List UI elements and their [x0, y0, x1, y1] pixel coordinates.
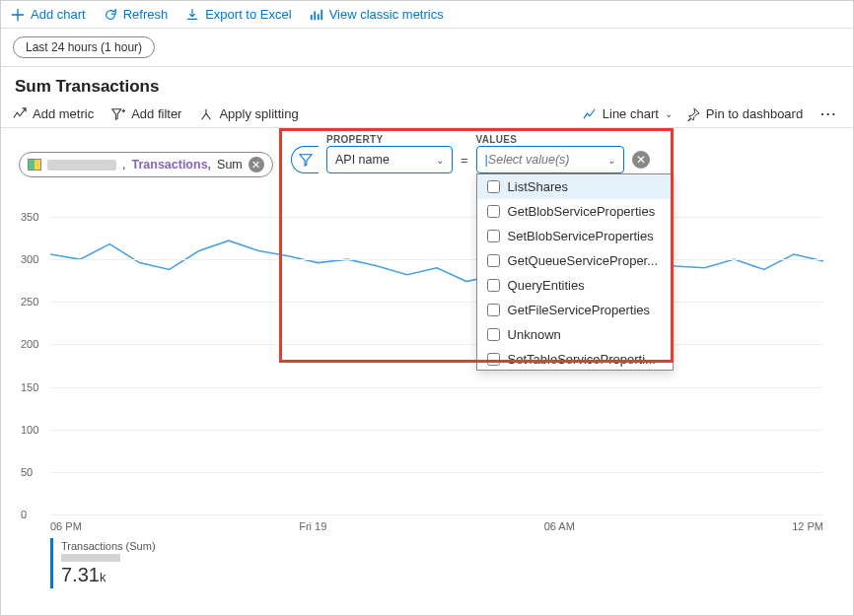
- classic-metrics-label: View classic metrics: [329, 7, 444, 22]
- x-tick-label: 12 PM: [792, 520, 823, 532]
- add-chart-label: Add chart: [31, 7, 86, 22]
- option-checkbox[interactable]: [487, 230, 500, 242]
- grid-line: [50, 387, 823, 388]
- refresh-label: Refresh: [123, 7, 169, 22]
- resource-color-swatch: [28, 159, 41, 171]
- download-icon: [185, 8, 199, 22]
- values-option[interactable]: GetFileServiceProperties: [477, 298, 673, 322]
- option-label: GetQueueServiceProper...: [508, 253, 658, 268]
- split-icon: [199, 107, 213, 121]
- y-tick-label: 250: [21, 296, 38, 308]
- filter-plus-icon: [111, 107, 125, 121]
- bar-chart-icon: [310, 8, 323, 22]
- summary-value: 7.31k: [61, 564, 180, 586]
- more-menu-button[interactable]: ···: [817, 106, 841, 121]
- apply-splitting-button[interactable]: Apply splitting: [199, 106, 298, 121]
- y-tick-label: 350: [21, 211, 38, 223]
- option-label: QueryEntities: [508, 278, 585, 293]
- x-tick-label: Fri 19: [299, 520, 326, 532]
- grid-line: [50, 259, 823, 260]
- x-tick-label: 06 PM: [50, 520, 82, 532]
- property-value: API name: [335, 153, 390, 167]
- time-range-row: Last 24 hours (1 hour): [1, 29, 853, 67]
- filter-icon: [291, 146, 319, 173]
- add-filter-label: Add filter: [131, 106, 181, 121]
- apply-splitting-label: Apply splitting: [219, 106, 298, 121]
- page-title-area: Sum Transactions: [1, 67, 853, 101]
- time-range-label: Last 24 hours (1 hour): [26, 40, 142, 54]
- option-label: GetBlobServiceProperties: [508, 204, 656, 219]
- option-checkbox[interactable]: [487, 180, 500, 193]
- option-checkbox[interactable]: [487, 353, 500, 366]
- add-metric-button[interactable]: Add metric: [13, 106, 94, 121]
- y-tick-label: 150: [21, 381, 38, 393]
- x-tick-label: 06 AM: [544, 520, 575, 532]
- option-checkbox[interactable]: [487, 205, 500, 218]
- metric-aggregation: Sum: [217, 158, 243, 171]
- values-select[interactable]: |Select value(s) ⌄: [476, 146, 624, 173]
- values-option[interactable]: ListShares: [477, 174, 673, 199]
- chart-line: [50, 240, 823, 281]
- pin-dashboard-button[interactable]: Pin to dashboard: [686, 106, 803, 121]
- y-tick-label: 200: [21, 338, 38, 350]
- values-dropdown[interactable]: ListSharesGetBlobServicePropertiesSetBlo…: [476, 173, 674, 371]
- chart-type-label: Line chart: [603, 106, 659, 121]
- values-option[interactable]: SetTableServiceProperti...: [477, 347, 673, 371]
- add-chart-button[interactable]: Add chart: [11, 7, 86, 22]
- grid-line: [50, 217, 823, 218]
- values-option[interactable]: QueryEntities: [477, 273, 673, 298]
- classic-metrics-button[interactable]: View classic metrics: [310, 7, 444, 22]
- values-option[interactable]: Unknown: [477, 322, 673, 347]
- metric-name: Transactions,: [131, 158, 211, 171]
- grid-line: [50, 514, 823, 515]
- chart-toolbar: Add metric Add filter Apply splitting Li…: [1, 101, 853, 128]
- summary-card: Transactions (Sum) 7.31k: [50, 538, 188, 588]
- chart-area: , Transactions, Sum ✕ PROPERTY API name …: [1, 128, 853, 588]
- metric-pill[interactable]: , Transactions, Sum ✕: [19, 152, 273, 177]
- option-label: ListShares: [508, 179, 568, 194]
- export-button[interactable]: Export to Excel: [185, 7, 291, 22]
- option-label: SetTableServiceProperti...: [508, 352, 656, 367]
- page-title: Sum Transactions: [15, 77, 839, 97]
- chevron-down-icon: ⌄: [665, 108, 673, 119]
- summary-title: Transactions (Sum): [61, 540, 180, 552]
- plus-icon: [11, 8, 25, 22]
- y-tick-label: 50: [21, 466, 33, 478]
- values-option[interactable]: GetBlobServiceProperties: [477, 199, 673, 224]
- top-toolbar: Add chart Refresh Export to Excel View c…: [1, 1, 853, 29]
- add-metric-icon: [13, 107, 27, 121]
- values-placeholder: Select value(s): [488, 153, 570, 167]
- values-option[interactable]: GetQueueServiceProper...: [477, 248, 673, 273]
- option-label: GetFileServiceProperties: [508, 303, 651, 317]
- chevron-down-icon: ⌄: [436, 155, 444, 166]
- remove-filter-button[interactable]: ✕: [632, 151, 650, 169]
- y-tick-label: 100: [21, 424, 38, 436]
- line-chart-plot[interactable]: 06 PMFri 1906 AM12 PM 050100150200250300…: [21, 217, 833, 532]
- chevron-down-icon: ⌄: [607, 155, 615, 166]
- summary-redacted-bar: [61, 554, 120, 562]
- add-metric-label: Add metric: [33, 106, 94, 121]
- grid-line: [50, 430, 823, 431]
- option-checkbox[interactable]: [487, 254, 500, 267]
- grid-line: [50, 472, 823, 473]
- add-filter-button[interactable]: Add filter: [111, 106, 181, 121]
- property-select[interactable]: API name ⌄: [326, 146, 453, 173]
- equals-sign: =: [461, 153, 468, 168]
- option-label: Unknown: [508, 327, 561, 342]
- option-checkbox[interactable]: [487, 279, 500, 292]
- chart-type-dropdown[interactable]: Line chart ⌄: [583, 106, 673, 121]
- resource-name-redacted: [47, 160, 116, 171]
- option-checkbox[interactable]: [487, 304, 500, 316]
- y-tick-label: 0: [21, 509, 27, 520]
- line-chart-icon: [583, 107, 597, 121]
- remove-metric-button[interactable]: ✕: [249, 157, 264, 172]
- time-range-pill[interactable]: Last 24 hours (1 hour): [13, 36, 155, 58]
- pin-icon: [686, 107, 700, 121]
- values-option[interactable]: SetBlobServiceProperties: [477, 224, 673, 248]
- option-checkbox[interactable]: [487, 328, 500, 341]
- pin-dashboard-label: Pin to dashboard: [706, 106, 803, 121]
- export-label: Export to Excel: [205, 7, 291, 22]
- option-label: SetBlobServiceProperties: [508, 229, 654, 243]
- refresh-button[interactable]: Refresh: [104, 7, 169, 22]
- grid-line: [50, 302, 823, 303]
